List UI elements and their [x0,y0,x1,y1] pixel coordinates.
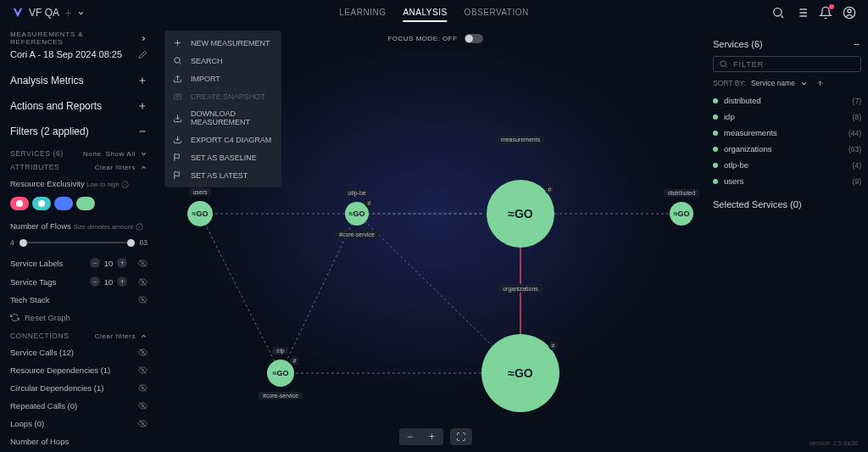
resource-deps-row[interactable]: Resource Dependencies (1) [10,361,147,379]
flag-icon [173,170,182,180]
info-icon[interactable] [121,181,129,188]
service-name: idp [724,112,735,121]
filter-input-row[interactable] [713,56,861,72]
zoom-in-button[interactable]: + [421,428,443,445]
node-idp[interactable]: ≈GO# idp #core-service [267,360,294,387]
menu-label: CREATE SNAPSHOT [191,92,265,101]
loops-row[interactable]: Loops (0) [10,415,147,432]
clear-connections-link[interactable]: Clear filters [95,332,136,340]
menu-download[interactable]: DOWNLOAD MEASUREMENT [164,105,281,131]
node-distributed[interactable]: ≈GO distributed [670,202,693,226]
node-label: otlp-be [343,189,370,197]
eye-off-icon[interactable] [138,259,147,268]
menu-import[interactable]: IMPORT [164,70,281,87]
connections-subheader: CONNECTIONS Clear filters [10,332,147,340]
res-excl-hint: Low to high [86,181,119,188]
minus-button[interactable]: − [90,276,100,287]
slider-max: 63 [140,238,147,247]
plus-icon [137,75,147,86]
filters-label: Filters (2 applied) [10,126,89,137]
info-icon[interactable] [136,223,143,231]
service-name: measurements [724,128,777,137]
service-item-otlp-be[interactable]: otlp-be(4) [713,157,861,173]
slider-min: 4 [10,238,14,247]
main: MEASUREMENTS & REFERENCES Cori A - 18 Se… [0,25,868,452]
menu-new-measurement[interactable]: NEW MEASUREMENT [164,34,281,52]
fit-button[interactable] [450,428,472,445]
menu-export-c4[interactable]: EXPORT C4 DIAGRAM [164,131,281,148]
chevron-right-icon [140,35,147,42]
search-icon[interactable] [771,6,785,20]
node-organizations[interactable]: ≈GO# organizations #core-service [481,334,559,412]
chevron-up-icon[interactable] [140,164,147,171]
reset-graph[interactable]: Reset Graph [10,309,147,326]
menu-search[interactable]: SEARCH [164,52,281,70]
loops-label: Loops (0) [10,419,44,428]
tab-observation[interactable]: OBSERVATION [465,4,529,22]
topbar: VF QA LEARNING ANALYSIS OBSERVATION [0,0,868,25]
service-item-idp[interactable]: idp(8) [713,109,861,125]
minus-icon [137,126,147,137]
minus-button[interactable]: − [90,258,100,268]
num-flows-slider[interactable]: 4 63 [10,238,147,247]
minus-icon[interactable] [852,40,861,49]
pencil-icon[interactable] [138,50,147,59]
chevron-down-icon[interactable] [77,9,85,17]
tech-stack-label: Tech Stack [10,295,49,304]
node-otlp-be[interactable]: ≈GO# otlp-be #core-service [345,202,369,226]
zoom-out-button[interactable]: − [399,428,421,445]
menu-set-latest[interactable]: SET AS LATEST [164,166,281,184]
service-item-organizations[interactable]: organizations(63) [713,141,861,157]
section-filters[interactable]: Filters (2 applied) [10,119,147,144]
plus-button[interactable]: + [117,258,127,268]
bubble-pink[interactable] [10,197,29,210]
circular-deps-row[interactable]: Circular Dependencies (1) [10,379,147,397]
breadcrumb[interactable]: MEASUREMENTS & REFERENCES [10,31,147,46]
eye-off-icon[interactable] [138,277,147,287]
eye-off-icon[interactable] [138,295,147,304]
repeated-calls-row[interactable]: Repeated Calls (0) [10,397,147,415]
settings-glyph-icon [64,9,72,17]
chevron-down-icon[interactable] [140,150,147,158]
attributes-subheader: ATTRIBUTES Clear filters [10,163,147,171]
section-analysis-metrics[interactable]: Analysis Metrics [10,68,147,93]
section-actions-reports[interactable]: Actions and Reports [10,93,147,119]
eye-off-icon[interactable] [138,401,147,410]
service-name: distributed [724,96,761,105]
sort-direction-icon[interactable] [816,80,824,87]
svg-point-0 [68,12,70,14]
tab-learning[interactable]: LEARNING [339,4,386,22]
service-item-distributed[interactable]: distributed(7) [713,92,861,109]
tab-analysis[interactable]: ANALYSIS [403,4,447,22]
node-sublabel: #core-service [259,392,303,399]
service-item-measurements[interactable]: measurements(44) [713,125,861,141]
bell-icon[interactable] [819,6,832,20]
eye-off-icon[interactable] [138,419,147,428]
svg-point-25 [721,61,726,66]
node-users[interactable]: ≈GO users [187,201,213,226]
eye-off-icon[interactable] [138,348,147,357]
eye-off-icon[interactable] [138,383,147,393]
bubble-teal[interactable] [32,197,51,210]
service-calls-row[interactable]: Service Calls (12) [10,343,147,361]
eye-off-icon[interactable] [138,366,147,375]
none-link[interactable]: None [83,150,102,158]
showall-link[interactable]: Show All [106,150,136,158]
logo-area[interactable]: VF QA [12,7,85,19]
chevron-up-icon[interactable] [140,332,147,340]
avatar-icon[interactable] [843,6,856,20]
chevron-down-icon[interactable] [800,80,808,87]
focus-toggle[interactable] [465,34,483,43]
list-icon[interactable] [795,6,809,20]
res-deps-label: Resource Dependencies (1) [10,366,110,375]
bubble-green[interactable] [76,197,95,210]
service-item-users[interactable]: users(9) [713,173,861,189]
node-measurements[interactable]: ≈GO# measurements #core-service [487,180,554,248]
clear-attrs-link[interactable]: Clear filters [95,164,136,171]
plus-button[interactable]: + [117,276,127,287]
menu-set-baseline[interactable]: SET AS BASELINE [164,148,281,166]
bubble-blue[interactable] [54,197,73,210]
sort-value[interactable]: Service name [751,79,795,87]
plus-icon [173,38,182,47]
filter-input[interactable] [733,60,855,69]
